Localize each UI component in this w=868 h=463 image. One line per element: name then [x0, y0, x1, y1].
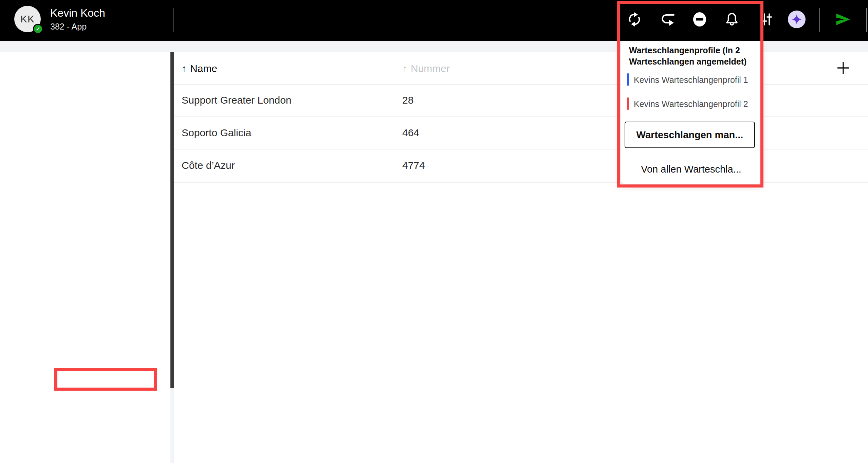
- column-label: Nummer: [411, 63, 450, 74]
- cell-queue-number: 464: [402, 127, 419, 139]
- cell-queue-name: Soporto Galicia: [182, 127, 251, 139]
- column-label: Name: [190, 63, 217, 74]
- cell-queue-name: Côte d’Azur: [182, 160, 235, 171]
- column-header-name[interactable]: ↑Name: [182, 63, 217, 74]
- cell-queue-number: 28: [402, 94, 413, 106]
- user-name: Kevin Koch: [50, 7, 105, 19]
- sort-asc-icon: ↑: [402, 63, 407, 74]
- column-header-nummer[interactable]: ↑Nummer: [402, 63, 450, 74]
- profile-color-bar: [627, 97, 629, 110]
- online-status-icon: ✓: [33, 24, 43, 34]
- dropdown-title: Warteschlangenprofile (In 2 Warteschlang…: [629, 45, 749, 67]
- cell-queue-name: Support Greater London: [182, 94, 292, 106]
- cell-queue-number: 4774: [402, 160, 425, 171]
- topbar-divider: [173, 8, 173, 32]
- dropdown-profile-2[interactable]: Kevins Warteschlangenprofil 2: [634, 99, 748, 109]
- ai-assistant-button[interactable]: [788, 11, 806, 28]
- logout-all-queues-action[interactable]: Von allen Warteschla...: [621, 164, 761, 175]
- sort-asc-icon: ↑: [182, 63, 187, 74]
- topbar-divider: [866, 8, 867, 32]
- plus-icon: [837, 61, 850, 74]
- add-queue-button[interactable]: [836, 60, 851, 75]
- user-extension: 382 - App: [50, 22, 87, 32]
- row-divider: [174, 182, 868, 183]
- manage-queues-button[interactable]: Warteschlangen man...: [625, 122, 755, 148]
- sidebar: [0, 52, 170, 463]
- sliders-icon[interactable]: [758, 11, 775, 28]
- sparkle-icon: [791, 14, 802, 25]
- sidebar-scrollbar[interactable]: [170, 52, 174, 388]
- profile-color-bar: [627, 73, 629, 86]
- dropdown-profile-1[interactable]: Kevins Warteschlangenprofil 1: [634, 75, 748, 85]
- send-arrow-icon[interactable]: [835, 11, 851, 28]
- sync-icon[interactable]: [626, 11, 643, 28]
- topbar-divider: [819, 8, 820, 32]
- bell-icon[interactable]: [724, 11, 740, 28]
- call-redirect-icon[interactable]: [659, 11, 676, 28]
- table-row[interactable]: [174, 117, 868, 149]
- do-not-disturb-icon[interactable]: [691, 11, 708, 28]
- table-row[interactable]: [174, 149, 868, 181]
